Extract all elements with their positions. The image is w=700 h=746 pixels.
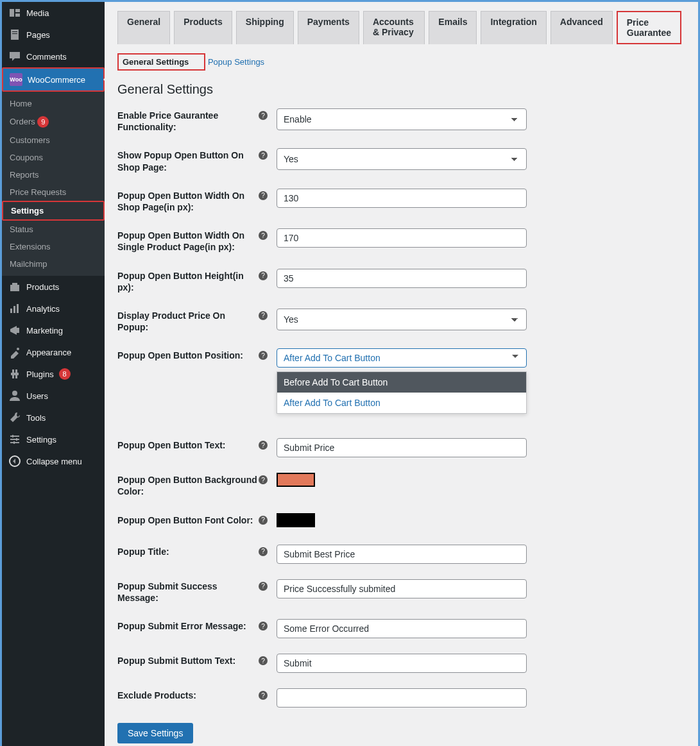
- sidebar-sub-reports[interactable]: Reports: [2, 166, 105, 183]
- sidebar-item-appearance[interactable]: Appearance: [2, 341, 105, 363]
- help-icon[interactable]: ?: [259, 231, 268, 240]
- sidebar-item-tools[interactable]: Tools: [2, 407, 105, 428]
- settings-form: Enable Price Gaurantee Functionality:?En…: [117, 108, 685, 708]
- tab-payments[interactable]: Payments: [298, 11, 359, 44]
- svg-rect-8: [13, 306, 15, 313]
- field-input-7[interactable]: [277, 438, 527, 457]
- sidebar-sub-label: Coupons: [10, 153, 43, 162]
- field-label: Popup Submit Buttom Text:: [117, 654, 259, 666]
- tab-accounts-privacy[interactable]: Accounts & Privacy: [363, 11, 425, 44]
- color-swatch-8[interactable]: [277, 473, 315, 487]
- field-input-13[interactable]: [277, 654, 527, 673]
- field-input-14[interactable]: [277, 688, 527, 708]
- sidebar-item-marketing[interactable]: Marketing: [2, 319, 105, 341]
- color-swatch-9[interactable]: [277, 513, 315, 527]
- sidebar-sub-customers[interactable]: Customers: [2, 131, 105, 149]
- sidebar-item-label: WooCommerce: [28, 75, 85, 85]
- help-icon[interactable]: ?: [259, 191, 268, 200]
- form-row: Popup Open Button Font Color:?: [117, 513, 685, 529]
- field-input-3[interactable]: [277, 228, 527, 248]
- admin-sidebar: MediaPagesCommentsWooWooCommerce HomeOrd…: [2, 2, 105, 746]
- save-settings-button[interactable]: Save Settings: [117, 723, 193, 743]
- field-select-0[interactable]: Enable: [277, 108, 527, 130]
- dropdown-option[interactable]: After Add To Cart Button: [277, 393, 526, 413]
- help-icon[interactable]: ?: [259, 622, 268, 631]
- help-icon[interactable]: ?: [259, 271, 268, 280]
- help-icon[interactable]: ?: [259, 311, 268, 320]
- field-select-5[interactable]: Yes: [277, 309, 527, 330]
- field-input-11[interactable]: [277, 579, 527, 598]
- field-input-2[interactable]: [277, 189, 527, 208]
- tab-integration[interactable]: Integration: [481, 11, 546, 44]
- sidebar-item-label: Comments: [26, 52, 67, 62]
- form-row: Display Product Price On Popup:?Yes: [117, 309, 685, 333]
- sidebar-sub-price-requests[interactable]: Price Requests: [2, 183, 105, 201]
- sidebar-item-products[interactable]: Products: [2, 276, 105, 298]
- tab-advanced[interactable]: Advanced: [551, 11, 613, 44]
- field-input-10[interactable]: [277, 545, 527, 564]
- field-input-12[interactable]: [277, 619, 527, 638]
- settings-icon: [8, 433, 21, 446]
- help-icon[interactable]: ?: [259, 691, 268, 700]
- sidebar-sub-label: Reports: [10, 170, 39, 180]
- analytics-icon: [8, 302, 21, 315]
- dropdown-6[interactable]: After Add To Cart ButtonBefore Add To Ca…: [277, 348, 527, 368]
- help-icon[interactable]: ?: [259, 582, 268, 591]
- help-icon[interactable]: ?: [259, 441, 268, 450]
- sidebar-sub-mailchimp[interactable]: Mailchimp: [2, 255, 105, 273]
- help-icon[interactable]: ?: [259, 151, 268, 160]
- sidebar-item-settings[interactable]: Settings: [2, 428, 105, 450]
- sidebar-item-comments[interactable]: Comments: [2, 46, 105, 67]
- form-row: Exclude Products:?: [117, 688, 685, 708]
- sidebar-item-pages[interactable]: Pages: [2, 24, 105, 46]
- help-icon[interactable]: ?: [259, 547, 268, 556]
- form-row: Popup Open Button Background Color:?: [117, 473, 685, 497]
- tab-shipping[interactable]: Shipping: [236, 11, 294, 44]
- sidebar-item-woocommerce[interactable]: WooWooCommerce: [2, 67, 105, 92]
- field-label: Popup Open Button Width On Single Produc…: [117, 228, 259, 253]
- settings-tabs: GeneralProductsShippingPaymentsAccounts …: [117, 2, 685, 44]
- sidebar-item-analytics[interactable]: Analytics: [2, 298, 105, 319]
- sidebar-sub-home[interactable]: Home: [2, 95, 105, 112]
- help-icon[interactable]: ?: [259, 516, 268, 525]
- field-label: Show Popup Open Button On Shop Page:: [117, 148, 259, 173]
- help-icon[interactable]: ?: [259, 351, 268, 360]
- sidebar-sub-label: Customers: [10, 135, 50, 145]
- help-icon[interactable]: ?: [259, 656, 268, 665]
- sidebar-sub-label: Orders: [10, 117, 35, 126]
- sidebar-sub-coupons[interactable]: Coupons: [2, 149, 105, 166]
- dropdown-selected[interactable]: After Add To Cart Button: [277, 348, 527, 368]
- sidebar-sub-extensions[interactable]: Extensions: [2, 238, 105, 255]
- svg-rect-6: [10, 285, 19, 291]
- svg-rect-18: [13, 441, 15, 444]
- media-icon: [8, 6, 21, 19]
- form-row: Popup Open Button Text:?: [117, 438, 685, 457]
- dropdown-option[interactable]: Before Add To Cart Button: [277, 372, 526, 393]
- tab-general[interactable]: General: [117, 11, 170, 44]
- sidebar-item-label: Analytics: [26, 304, 60, 314]
- subtab-popup-settings[interactable]: Popup Settings: [208, 57, 264, 67]
- form-row: Popup Submit Error Message:?: [117, 619, 685, 638]
- tab-products[interactable]: Products: [174, 11, 232, 44]
- sidebar-item-collapse-menu[interactable]: Collapse menu: [2, 450, 105, 472]
- tab-emails[interactable]: Emails: [429, 11, 477, 44]
- svg-rect-9: [17, 304, 19, 313]
- sidebar-sub-settings[interactable]: Settings: [2, 201, 105, 221]
- field-input-4[interactable]: [277, 269, 527, 288]
- form-row: Enable Price Gaurantee Functionality:?En…: [117, 108, 685, 133]
- tab-price-guarantee[interactable]: Price Guarantee: [617, 11, 681, 44]
- sidebar-sub-status[interactable]: Status: [2, 221, 105, 238]
- help-icon[interactable]: ?: [259, 111, 268, 120]
- field-select-1[interactable]: Yes: [277, 148, 527, 170]
- sidebar-item-plugins[interactable]: Plugins8: [2, 363, 105, 385]
- form-row: Popup Title:?: [117, 545, 685, 564]
- products-icon: [8, 280, 21, 293]
- svg-rect-17: [16, 438, 17, 441]
- subtab-general-settings[interactable]: General Settings: [123, 57, 189, 67]
- sidebar-item-media[interactable]: Media: [2, 2, 105, 24]
- sidebar-sub-orders[interactable]: Orders 9: [2, 112, 105, 131]
- sidebar-item-users[interactable]: Users: [2, 385, 105, 407]
- field-label: Popup Title:: [117, 545, 259, 557]
- appearance-icon: [8, 346, 21, 359]
- help-icon[interactable]: ?: [259, 475, 268, 484]
